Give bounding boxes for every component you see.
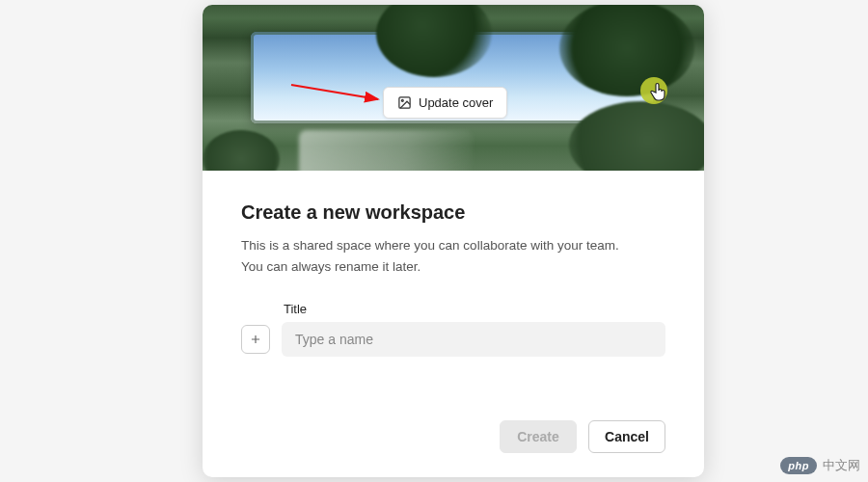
update-cover-label: Update cover — [419, 95, 493, 110]
workspace-title-input[interactable] — [282, 322, 665, 357]
description-line: This is a shared space where you can col… — [241, 238, 619, 253]
add-workspace-icon-button[interactable] — [241, 325, 270, 354]
create-button[interactable]: Create — [500, 420, 577, 453]
dialog-heading: Create a new workspace — [241, 201, 665, 224]
cancel-button[interactable]: Cancel — [588, 420, 665, 453]
watermark-text: 中文网 — [823, 457, 860, 474]
dialog-description: This is a shared space where you can col… — [241, 235, 665, 277]
cover-surface-decoration — [299, 130, 473, 171]
description-line: You can always rename it later. — [241, 259, 420, 274]
watermark: php 中文网 — [780, 457, 860, 474]
create-workspace-dialog: Update cover Create a new workspace This… — [203, 5, 704, 477]
cover-foliage-decoration — [203, 130, 280, 171]
dialog-footer: Create Cancel — [500, 420, 665, 453]
watermark-pill: php — [780, 457, 817, 474]
update-cover-button[interactable]: Update cover — [383, 87, 507, 119]
plus-icon — [249, 333, 262, 346]
image-icon — [397, 95, 412, 110]
cursor-highlight-circle — [640, 77, 667, 104]
cover-image-area: Update cover — [203, 5, 704, 171]
cover-foliage-decoration — [559, 5, 694, 96]
dialog-content: Create a new workspace This is a shared … — [203, 171, 704, 376]
svg-point-1 — [401, 99, 403, 101]
title-field-row — [241, 322, 665, 357]
title-field-label: Title — [284, 302, 665, 316]
